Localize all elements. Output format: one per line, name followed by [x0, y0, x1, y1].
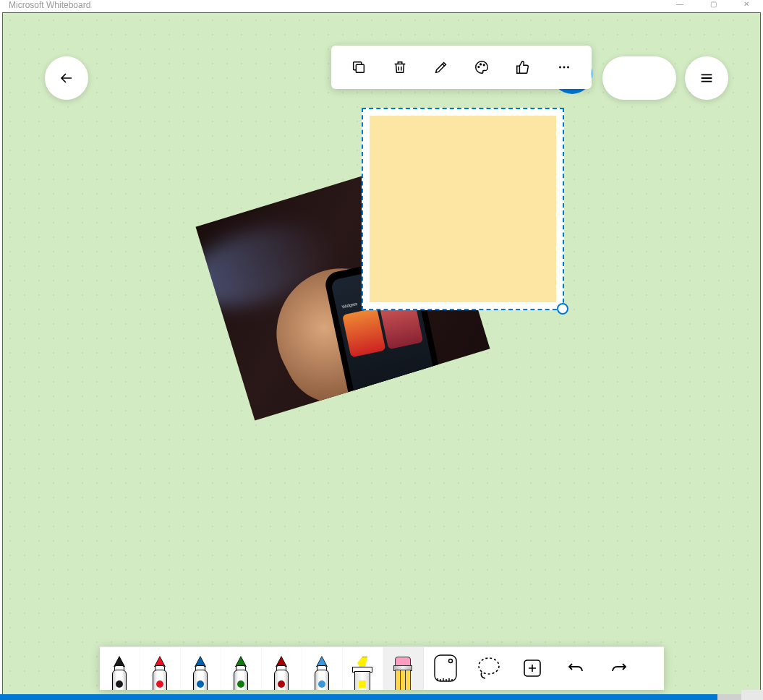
windows-taskbar[interactable]: [0, 694, 763, 700]
delete-button[interactable]: [384, 51, 416, 83]
copy-button[interactable]: [343, 51, 375, 83]
undo-icon: [566, 659, 585, 678]
highlighter-yellow[interactable]: [343, 646, 383, 690]
pen-red[interactable]: [140, 646, 181, 690]
window-title: Microsoft Whiteboard: [9, 0, 90, 10]
plus-square-icon: [523, 659, 542, 678]
image-detail-widgets: Widgets: [341, 302, 357, 309]
add-tool[interactable]: [511, 646, 554, 690]
pen-black[interactable]: [100, 646, 140, 690]
edit-button[interactable]: [425, 51, 457, 83]
pencil-icon: [433, 59, 449, 75]
svg-point-3: [484, 64, 485, 66]
pen-green[interactable]: [221, 646, 262, 690]
copy-icon: [351, 59, 367, 75]
palette-icon: [474, 59, 490, 75]
close-button[interactable]: ✕: [730, 0, 763, 10]
pen-blue[interactable]: [181, 646, 221, 690]
pen-darkred[interactable]: [262, 646, 302, 690]
eraser-tool[interactable]: [383, 646, 424, 690]
trash-icon: [392, 59, 408, 75]
color-picker-button[interactable]: [466, 51, 498, 83]
lasso-tool[interactable]: [467, 646, 511, 690]
hamburger-icon: [699, 70, 715, 86]
taskbar-tray[interactable]: [741, 690, 763, 700]
minimize-button[interactable]: —: [663, 0, 696, 10]
more-button[interactable]: [548, 51, 580, 83]
selection-toolbar: [331, 46, 592, 89]
arrow-left-icon: [58, 69, 75, 87]
ruler-tool[interactable]: [424, 646, 467, 690]
thumbs-up-icon: [515, 59, 531, 75]
undo-button[interactable]: [554, 646, 597, 690]
settings-menu-button[interactable]: [685, 56, 728, 100]
maximize-button[interactable]: ▢: [696, 0, 730, 10]
svg-point-5: [563, 67, 565, 69]
ruler-icon: [433, 654, 458, 683]
back-button[interactable]: [45, 56, 88, 100]
titlebar: Microsoft Whiteboard — ▢ ✕: [0, 0, 763, 10]
svg-rect-0: [357, 64, 365, 72]
pen-toolbar: [100, 646, 664, 690]
pen-lightblue[interactable]: [302, 646, 343, 690]
svg-rect-7: [435, 655, 456, 681]
collaborators-pill[interactable]: [602, 56, 676, 100]
lasso-icon: [476, 655, 502, 681]
like-button[interactable]: [507, 51, 539, 83]
redo-icon: [610, 659, 628, 678]
svg-point-2: [480, 64, 482, 65]
sticky-note-selection[interactable]: [362, 108, 564, 310]
svg-point-1: [478, 67, 479, 68]
svg-point-4: [559, 67, 561, 69]
svg-point-6: [567, 67, 569, 69]
redo-button[interactable]: [597, 646, 641, 690]
whiteboard-canvas[interactable]: 9:41 Widgets: [3, 13, 760, 697]
sticky-note[interactable]: [370, 116, 556, 302]
svg-point-8: [448, 660, 452, 663]
more-horizontal-icon: [556, 59, 572, 75]
resize-handle[interactable]: [557, 303, 568, 315]
svg-point-9: [479, 658, 499, 674]
